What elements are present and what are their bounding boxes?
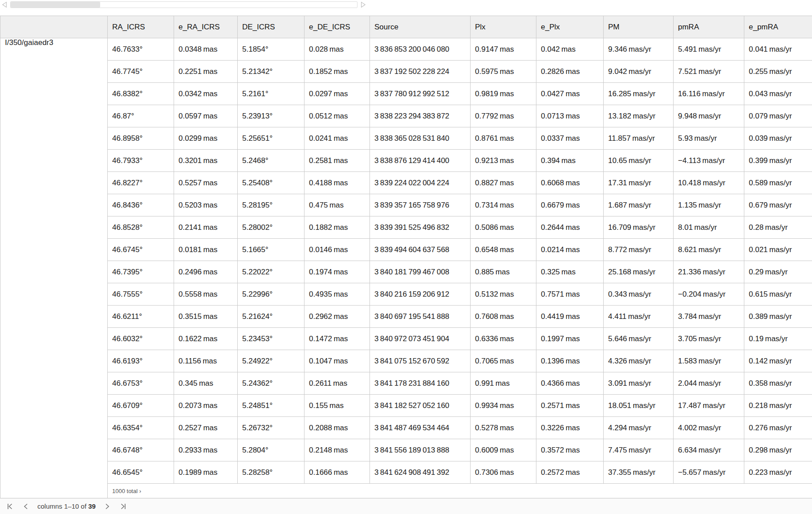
scroll-left-button[interactable] xyxy=(1,1,8,8)
cell-PM: 5.646 mas/yr xyxy=(604,328,674,350)
cell-DE_ICRS[interactable]: 5.1854° xyxy=(238,38,304,61)
column-header-e_Plx[interactable]: e_Plx xyxy=(536,16,604,38)
column-header-Plx[interactable]: Plx xyxy=(471,16,536,38)
column-header-e_RA_ICRS[interactable]: e_RA_ICRS xyxy=(174,16,238,38)
cell-PM: 9.346 mas/yr xyxy=(604,38,674,61)
cell-RA_ICRS[interactable]: 46.6354° xyxy=(108,417,174,439)
cell-RA_ICRS[interactable]: 46.6545° xyxy=(108,461,174,484)
cell-Source: 3 838 876 129 414 400 xyxy=(370,150,471,172)
cell-e_RA_ICRS: 0.3201 mas xyxy=(174,150,238,172)
cell-DE_ICRS[interactable]: 5.25651° xyxy=(238,127,304,150)
bar-chevron-left-icon xyxy=(6,503,13,510)
cell-e_Plx: 0.7571 mas xyxy=(536,283,604,306)
column-header-PM[interactable]: PM xyxy=(604,16,674,38)
cell-DE_ICRS[interactable]: 5.21342° xyxy=(238,61,304,83)
cell-e_DE_ICRS: 0.475 mas xyxy=(304,194,370,216)
column-header-RA_ICRS[interactable]: RA_ICRS xyxy=(108,16,174,38)
cell-e_DE_ICRS: 0.4935 mas xyxy=(304,283,370,306)
cell-DE_ICRS[interactable]: 5.2161° xyxy=(238,83,304,105)
cell-DE_ICRS[interactable]: 5.22996° xyxy=(238,283,304,306)
cell-RA_ICRS[interactable]: 46.87° xyxy=(108,105,174,127)
cell-RA_ICRS[interactable]: 46.7555° xyxy=(108,283,174,306)
cell-RA_ICRS[interactable]: 46.7395° xyxy=(108,261,174,283)
cell-RA_ICRS[interactable]: 46.8227° xyxy=(108,172,174,194)
cell-pmRA: 7.521 mas/yr xyxy=(674,61,744,83)
cell-Source: 3 839 357 165 758 976 xyxy=(370,194,471,216)
column-header-e_DE_ICRS[interactable]: e_DE_ICRS xyxy=(304,16,370,38)
cell-pmRA: 5.93 mas/yr xyxy=(674,127,744,150)
cell-RA_ICRS[interactable]: 46.6748° xyxy=(108,439,174,461)
cell-e_Plx: 0.2826 mas xyxy=(536,61,604,83)
cell-Plx: 0.7306 mas xyxy=(471,461,536,484)
cell-RA_ICRS[interactable]: 46.6709° xyxy=(108,395,174,417)
cell-DE_ICRS[interactable]: 5.2804° xyxy=(238,439,304,461)
table-row: 46.8528°0.2141 mas5.28002°0.1882 mas3 83… xyxy=(0,216,812,239)
cell-DE_ICRS[interactable]: 5.2468° xyxy=(238,150,304,172)
cell-RA_ICRS[interactable]: 46.6211° xyxy=(108,306,174,328)
column-header-DE_ICRS[interactable]: DE_ICRS xyxy=(238,16,304,38)
column-header-e_pmRA[interactable]: e_pmRA xyxy=(744,16,812,38)
cell-e_DE_ICRS: 0.1974 mas xyxy=(304,261,370,283)
first-columns-button[interactable] xyxy=(5,502,14,511)
next-columns-button[interactable] xyxy=(103,502,112,511)
cell-e_RA_ICRS: 0.1989 mas xyxy=(174,461,238,484)
cell-DE_ICRS[interactable]: 5.28195° xyxy=(238,194,304,216)
total-count-link[interactable]: 1000 total › xyxy=(112,488,141,494)
cell-e_Plx: 0.2644 mas xyxy=(536,216,604,239)
header-row: RA_ICRSe_RA_ICRSDE_ICRSe_DE_ICRSSourcePl… xyxy=(0,16,812,38)
cell-RA_ICRS[interactable]: 46.6753° xyxy=(108,372,174,395)
scrollbar-thumb[interactable] xyxy=(11,2,100,8)
cell-DE_ICRS[interactable]: 5.23453° xyxy=(238,328,304,350)
cell-Source: 3 840 972 073 451 904 xyxy=(370,328,471,350)
cell-DE_ICRS[interactable]: 5.26732° xyxy=(238,417,304,439)
cell-Plx: 0.5278 mas xyxy=(471,417,536,439)
cell-RA_ICRS[interactable]: 46.6745° xyxy=(108,239,174,261)
prev-columns-button[interactable] xyxy=(21,502,30,511)
cell-DE_ICRS[interactable]: 5.22022° xyxy=(238,261,304,283)
column-header-pmRA[interactable]: pmRA xyxy=(674,16,744,38)
scroll-right-button[interactable] xyxy=(359,1,367,8)
cell-PM: 0.343 mas/yr xyxy=(604,283,674,306)
column-header-Source[interactable]: Source xyxy=(370,16,471,38)
cell-Plx: 0.6548 mas xyxy=(471,239,536,261)
cell-DE_ICRS[interactable]: 5.28002° xyxy=(238,216,304,239)
cell-e_RA_ICRS: 0.0181 mas xyxy=(174,239,238,261)
last-columns-button[interactable] xyxy=(119,502,128,511)
cell-e_pmRA: 0.358 mas/yr xyxy=(744,372,812,395)
table-body: I/350/gaiaedr346.7633°0.0348 mas5.1854°0… xyxy=(0,38,812,498)
table-row: 46.8436°0.5203 mas5.28195°0.475 mas3 839… xyxy=(0,194,812,216)
cell-Source: 3 840 697 195 541 888 xyxy=(370,306,471,328)
cell-PM: 13.182 mas/yr xyxy=(604,105,674,127)
cell-DE_ICRS[interactable]: 5.28258° xyxy=(238,461,304,484)
cell-RA_ICRS[interactable]: 46.7745° xyxy=(108,61,174,83)
cell-DE_ICRS[interactable]: 5.1665° xyxy=(238,239,304,261)
cell-DE_ICRS[interactable]: 5.24922° xyxy=(238,350,304,372)
table-row: I/350/gaiaedr346.7633°0.0348 mas5.1854°0… xyxy=(0,38,812,61)
cell-Plx: 0.7792 mas xyxy=(471,105,536,127)
cell-e_DE_ICRS: 0.155 mas xyxy=(304,395,370,417)
scrollbar-track[interactable] xyxy=(10,1,357,8)
cell-RA_ICRS[interactable]: 46.7633° xyxy=(108,38,174,61)
cell-e_Plx: 0.4419 mas xyxy=(536,306,604,328)
cell-DE_ICRS[interactable]: 5.23913° xyxy=(238,105,304,127)
cell-DE_ICRS[interactable]: 5.24851° xyxy=(238,395,304,417)
cell-pmRA: 9.948 mas/yr xyxy=(674,105,744,127)
cell-e_pmRA: 0.021 mas/yr xyxy=(744,239,812,261)
horizontal-scrollbar[interactable] xyxy=(1,1,367,8)
cell-DE_ICRS[interactable]: 5.21624° xyxy=(238,306,304,328)
table-row: 46.8227°0.5257 mas5.25408°0.4188 mas3 83… xyxy=(0,172,812,194)
cell-RA_ICRS[interactable]: 46.8436° xyxy=(108,194,174,216)
cell-DE_ICRS[interactable]: 5.24362° xyxy=(238,372,304,395)
cell-RA_ICRS[interactable]: 46.6032° xyxy=(108,328,174,350)
cell-RA_ICRS[interactable]: 46.8528° xyxy=(108,216,174,239)
cell-RA_ICRS[interactable]: 46.8382° xyxy=(108,83,174,105)
chevron-right-icon xyxy=(104,503,111,510)
cell-RA_ICRS[interactable]: 46.8958° xyxy=(108,127,174,150)
cell-DE_ICRS[interactable]: 5.25408° xyxy=(238,172,304,194)
cell-e_DE_ICRS: 0.4188 mas xyxy=(304,172,370,194)
cell-pmRA: 2.044 mas/yr xyxy=(674,372,744,395)
cell-RA_ICRS[interactable]: 46.7933° xyxy=(108,150,174,172)
cell-e_RA_ICRS: 0.0348 mas xyxy=(174,38,238,61)
cell-e_RA_ICRS: 0.1622 mas xyxy=(174,328,238,350)
cell-RA_ICRS[interactable]: 46.6193° xyxy=(108,350,174,372)
